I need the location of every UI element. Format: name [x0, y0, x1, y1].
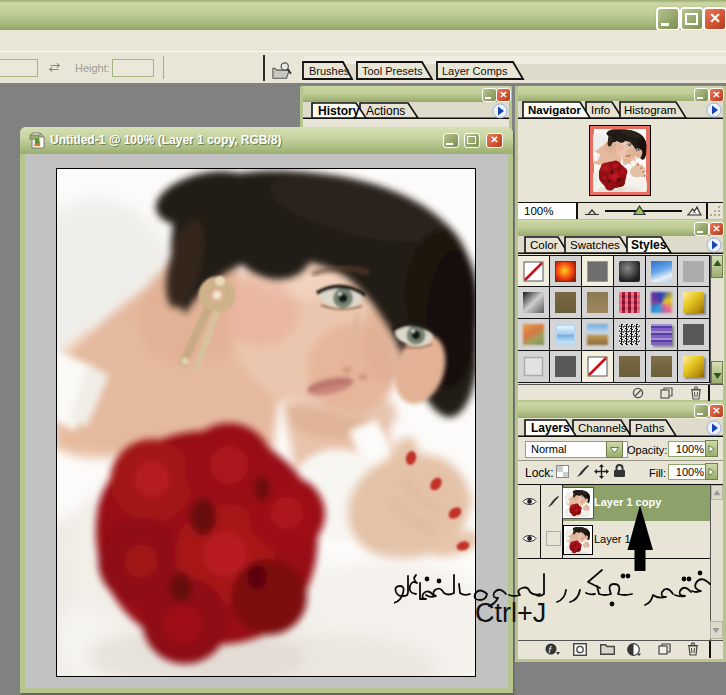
svg-text:Tool Presets: Tool Presets — [362, 65, 423, 77]
svg-text:Info: Info — [591, 104, 610, 116]
svg-text:Paths: Paths — [635, 422, 665, 434]
svg-text:Channels: Channels — [578, 422, 627, 434]
svg-text:Color: Color — [530, 239, 558, 251]
svg-text:Layers: Layers — [531, 421, 570, 435]
svg-text:Swatches: Swatches — [570, 239, 620, 251]
svg-text:Brushes: Brushes — [309, 65, 350, 77]
svg-text:Ctrl+J: Ctrl+J — [475, 598, 546, 628]
svg-text:History: History — [318, 104, 360, 118]
svg-text:Navigator: Navigator — [528, 104, 582, 116]
svg-text:Actions: Actions — [366, 104, 405, 118]
svg-text:Styles: Styles — [631, 238, 667, 252]
svg-text:Histogram: Histogram — [624, 104, 676, 116]
svg-text:Layer Comps: Layer Comps — [442, 65, 508, 77]
